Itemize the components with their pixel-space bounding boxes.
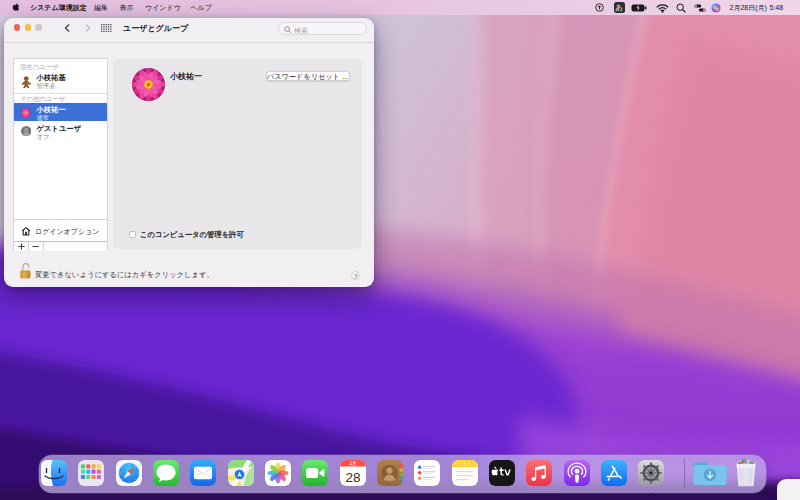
svg-text:28: 28 (345, 469, 360, 484)
